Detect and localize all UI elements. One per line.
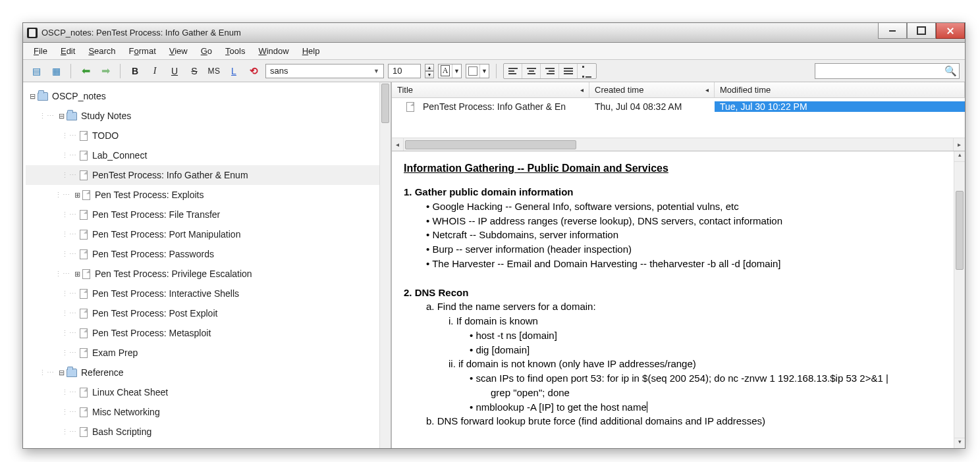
tree-label: OSCP_notes [52, 91, 106, 101]
search-input[interactable] [815, 66, 942, 76]
row-modified: Tue, Jul 30 10:22 PM [720, 101, 807, 112]
search-box[interactable]: 🔍 [815, 63, 960, 79]
tree-item-linux-cheat[interactable]: ⋮⋯Linux Cheat Sheet [26, 382, 391, 402]
strike-icon: S [191, 66, 197, 76]
tree-guide: ⋮⋯ [55, 270, 70, 278]
close-button[interactable] [936, 23, 965, 39]
toolbar: ▤ ▦ ⬅ ➡ B I U S MS L ⟲ sans ▼ 10 ▲ ▼ A ▼… [23, 60, 965, 82]
tree-folder-reference[interactable]: ⋮⋯ ⊟ Reference [26, 363, 391, 382]
collapse-icon[interactable]: ⊟ [57, 112, 65, 120]
search-icon[interactable]: 🔍 [942, 65, 959, 77]
chevron-down-icon: ▼ [479, 64, 489, 78]
menu-format[interactable]: Format [124, 44, 161, 58]
tree-item-metasploit[interactable]: ⋮⋯Pen Test Process: Metasploit [26, 323, 391, 343]
collapse-icon[interactable]: ⊟ [57, 369, 65, 377]
link-button[interactable]: L [226, 63, 242, 79]
expand-icon[interactable]: ⊞ [73, 191, 81, 199]
right-pane: Title◂ Created time◂ Modified time PenTe… [392, 82, 965, 448]
menu-edit[interactable]: Edit [55, 44, 80, 58]
tree-item-port-manip[interactable]: ⋮⋯Pen Test Process: Port Manipulation [26, 224, 391, 244]
window-title: OSCP_notes: PenTest Process: Info Gather… [41, 28, 241, 38]
tree-scrollbar[interactable] [379, 82, 391, 448]
tree-root[interactable]: ⊟ OSCP_notes [26, 86, 391, 106]
spinner-up-icon[interactable]: ▲ [425, 64, 434, 71]
editor-scrollbar[interactable]: ▴ ▾ [954, 151, 965, 448]
font-size-input[interactable]: 10 [388, 64, 421, 78]
tree-item-shells[interactable]: ⋮⋯Pen Test Process: Interactive Shells [26, 284, 391, 303]
minimize-button[interactable] [878, 23, 907, 39]
note-editor[interactable]: Information Gathering -- Public Domain a… [392, 151, 954, 448]
align-left-button[interactable] [504, 64, 522, 78]
tree-item-privesc[interactable]: ⋮⋯⊞Pen Test Process: Privilege Escalatio… [26, 264, 391, 284]
tree-item-todo[interactable]: ⋮⋯TODO [26, 126, 391, 145]
menu-search[interactable]: Search [83, 44, 121, 58]
page-icon [80, 309, 88, 319]
new-page-icon: ▤ [32, 66, 41, 76]
new-note-button[interactable]: ▤ [28, 63, 44, 79]
align-justify-button[interactable] [559, 64, 578, 78]
note-list-row[interactable]: PenTest Process: Info Gather & En Thu, J… [392, 98, 965, 115]
bullet-list-button[interactable] [578, 64, 596, 78]
note-list-hscroll[interactable]: ◂ ▸ [392, 138, 965, 151]
spinner-down-icon[interactable]: ▼ [425, 71, 434, 78]
link-icon: L [231, 66, 236, 76]
menu-window[interactable]: Window [253, 44, 294, 58]
row-title: PenTest Process: Info Gather & En [423, 101, 566, 112]
col-created[interactable]: Created time◂ [589, 82, 715, 97]
tree-label: Pen Test Process: Passwords [92, 249, 214, 259]
align-right-button[interactable] [541, 64, 559, 78]
menu-go[interactable]: Go [196, 44, 217, 58]
tree-label: Pen Test Process: Post Exploit [92, 308, 217, 319]
bg-color-button[interactable]: ▼ [466, 64, 489, 78]
scroll-left-icon[interactable]: ◂ [392, 138, 404, 151]
tree-item-exam-prep[interactable]: ⋮⋯Exam Prep [26, 343, 391, 363]
menu-help[interactable]: Help [297, 44, 325, 58]
expand-icon[interactable]: ⊞ [73, 270, 81, 278]
tree-item-lab-connect[interactable]: ⋮⋯Lab_Connect [26, 145, 391, 165]
menu-view[interactable]: View [164, 44, 193, 58]
back-button[interactable]: ⬅ [78, 63, 94, 79]
monospace-button[interactable]: MS [206, 63, 222, 79]
tree-folder-study[interactable]: ⋮⋯ ⊟ Study Notes [26, 106, 391, 126]
menu-file[interactable]: File [28, 44, 53, 58]
col-modified[interactable]: Modified time [715, 82, 965, 97]
scrollbar-thumb[interactable] [381, 84, 389, 123]
tree-item-passwords[interactable]: ⋮⋯Pen Test Process: Passwords [26, 244, 391, 264]
tree-label: Reference [81, 367, 124, 378]
new-subpage-button[interactable]: ▦ [48, 63, 64, 79]
tree-item-exploits[interactable]: ⋮⋯⊞Pen Test Process: Exploits [26, 185, 391, 205]
menu-tools[interactable]: Tools [220, 44, 250, 58]
tree-item-bash[interactable]: ⋮⋯Bash Scripting [26, 422, 391, 442]
tree-item-post-exploit[interactable]: ⋮⋯Pen Test Process: Post Exploit [26, 303, 391, 323]
scrollbar-thumb[interactable] [956, 191, 964, 270]
font-family-select[interactable]: sans ▼ [265, 64, 384, 78]
bold-button[interactable]: B [127, 63, 143, 79]
tree-item-file-transfer[interactable]: ⋮⋯Pen Test Process: File Transfer [26, 205, 391, 224]
page-icon [80, 388, 88, 398]
scroll-right-icon[interactable]: ▸ [953, 138, 965, 151]
window-controls [878, 23, 965, 42]
underline-button[interactable]: U [167, 63, 182, 79]
note-tree[interactable]: ⊟ OSCP_notes ⋮⋯ ⊟ Study Notes ⋮⋯TODO ⋮⋯L… [23, 82, 391, 448]
font-size-spinner[interactable]: ▲ ▼ [425, 64, 434, 78]
tree-item-info-gather[interactable]: ⋮⋯PenTest Process: Info Gather & Enum [26, 165, 391, 185]
row-created: Thu, Jul 04 08:32 AM [595, 101, 682, 112]
maximize-button[interactable] [907, 23, 936, 39]
scrollbar-thumb[interactable] [405, 140, 576, 149]
tree-label: Pen Test Process: Exploits [95, 190, 204, 200]
collapse-icon[interactable]: ⊟ [28, 92, 36, 101]
tree-label: Pen Test Process: Metasploit [92, 328, 211, 338]
tree-label: Linux Cheat Sheet [92, 387, 168, 398]
clear-format-button[interactable]: ⟲ [246, 63, 261, 79]
scroll-down-icon[interactable]: ▾ [954, 438, 965, 448]
align-center-button[interactable] [522, 64, 541, 78]
sort-icon: ◂ [705, 86, 709, 93]
strike-button[interactable]: S [186, 63, 202, 79]
italic-button[interactable]: I [147, 63, 163, 79]
scroll-up-icon[interactable]: ▴ [954, 151, 965, 162]
tree-item-misc-net[interactable]: ⋮⋯Misc Networking [26, 402, 391, 422]
col-title[interactable]: Title◂ [392, 82, 589, 97]
font-color-button[interactable]: A ▼ [438, 64, 462, 78]
forward-button[interactable]: ➡ [97, 63, 113, 79]
tree-label: PenTest Process: Info Gather & Enum [92, 170, 248, 180]
